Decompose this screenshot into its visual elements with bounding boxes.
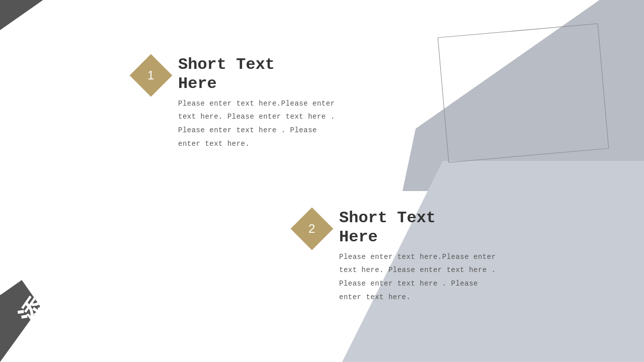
item-2-text: Short Text Here Please enter text here.P… [339, 209, 500, 304]
item-2-heading: Short Text Here [339, 209, 500, 247]
item-2-body: Please enter text here.Please enter text… [339, 250, 500, 304]
item-1-text: Short Text Here Please enter text here.P… [178, 55, 339, 150]
number-1: 1 [147, 68, 154, 82]
gray-outline-rectangle [438, 24, 609, 163]
number-diamond-2: 2 [291, 208, 334, 250]
slide: 添加页面标题内容 1 Short Text Here Please enter … [0, 0, 644, 362]
item-1-heading: Short Text Here [178, 55, 339, 94]
item-1-body: Please enter text here.Please enter text… [178, 97, 339, 150]
number-diamond-1: 1 [130, 54, 173, 97]
item-2: 2 Short Text Here Please enter text here… [297, 209, 500, 304]
item-1: 1 Short Text Here Please enter text here… [136, 55, 339, 150]
number-2: 2 [308, 222, 315, 236]
